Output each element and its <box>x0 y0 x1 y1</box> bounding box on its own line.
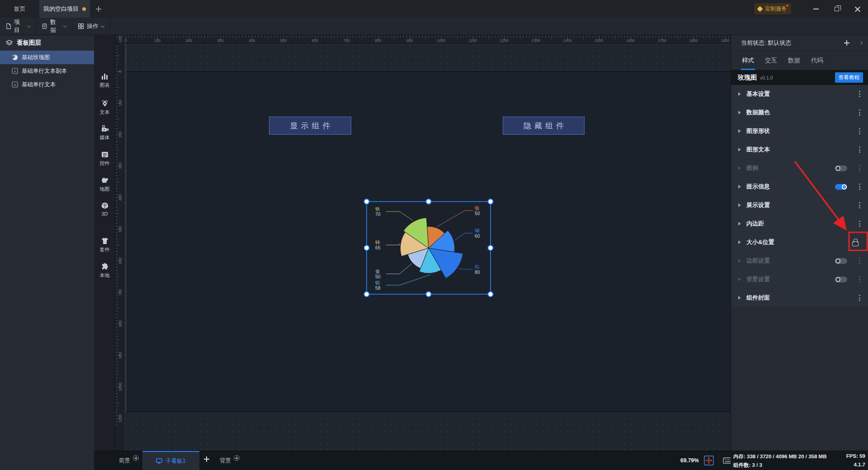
section-3[interactable]: 图形形状 <box>731 122 868 140</box>
bottom-board-bar: 前景 子看板1 背景 69.79% <box>94 451 731 470</box>
tab-code[interactable]: 代码 <box>811 51 823 70</box>
zoom-level[interactable]: 69.79% <box>680 457 699 464</box>
layer-item-text[interactable]: A 基础单行文本 <box>0 78 94 91</box>
expand-arrow-icon[interactable] <box>738 148 741 151</box>
section-menu-button[interactable] <box>857 293 862 303</box>
toggle-switch[interactable] <box>835 277 847 282</box>
menu-project[interactable]: 项目 <box>0 18 36 35</box>
toolbox-item-media[interactable]: 媒体 <box>94 125 115 141</box>
show-component-button[interactable]: 显示组件 <box>269 117 351 135</box>
expand-arrow-icon[interactable] <box>738 203 741 207</box>
component-header: 玫瑰图 v0.1.0 查看教程 <box>731 70 868 85</box>
section-9[interactable]: 大小&位置 <box>731 233 868 251</box>
component-count-stat: 组件数: 3 / 3 <box>733 462 762 469</box>
foreground-label[interactable]: 前景 <box>119 457 130 465</box>
menu-data[interactable]: 数据 <box>36 18 72 35</box>
add-background-button[interactable] <box>234 455 240 461</box>
expand-arrow-icon[interactable] <box>738 240 741 244</box>
tab-data[interactable]: 数据 <box>788 51 800 70</box>
add-state-button[interactable] <box>844 40 849 46</box>
hide-component-button[interactable]: 隐藏组件 <box>503 117 585 135</box>
expand-arrow-icon[interactable] <box>738 166 741 170</box>
section-10[interactable]: 边框设置 <box>731 252 868 270</box>
section-11[interactable]: 背景设置 <box>731 270 868 288</box>
section-menu-button[interactable] <box>857 274 862 284</box>
editor-canvas[interactable]: 0100200300400500600700800900100011001200… <box>115 35 731 451</box>
section-menu-button[interactable] <box>857 256 862 266</box>
section-12[interactable]: 组件封面 <box>731 289 868 307</box>
fit-view-button[interactable] <box>703 455 714 466</box>
background-label[interactable]: 背景 <box>220 457 231 465</box>
toolbox-item-map[interactable]: 地图 <box>94 176 115 193</box>
chevron-right-icon[interactable] <box>859 41 863 45</box>
stage-area[interactable] <box>126 71 731 412</box>
toggle-switch[interactable] <box>835 258 847 264</box>
section-menu-button[interactable] <box>857 219 862 229</box>
lock-icon[interactable] <box>852 241 859 246</box>
section-2[interactable]: 数据颜色 <box>731 103 868 122</box>
add-subboard-button[interactable] <box>204 456 209 462</box>
inspector-panel: 当前状态: 默认状态 样式 交互 数据 代码 玫瑰图 v0.1.0 查看教程 基… <box>731 35 868 451</box>
section-menu-button[interactable] <box>857 145 862 155</box>
vertical-ruler: -100010020030040050060070080090010001100 <box>115 43 123 451</box>
section-1[interactable]: 基本设置 <box>731 85 868 103</box>
close-icon <box>855 6 860 12</box>
toolbox-item-local[interactable]: 本地 <box>94 263 115 279</box>
section-6[interactable]: 提示信息 <box>731 178 868 196</box>
layer-item-rose-chart[interactable]: 基础玫瑰图 <box>0 51 94 64</box>
section-4[interactable]: 图形文本 <box>731 141 868 159</box>
tab-project-active[interactable]: 我的空白项目 <box>39 0 90 18</box>
horizontal-ruler: 0100200300400500600700800900100011001200… <box>115 35 731 43</box>
section-menu-button[interactable] <box>857 163 862 173</box>
section-8[interactable]: 内边距 <box>731 215 868 233</box>
expand-arrow-icon[interactable] <box>738 185 741 188</box>
current-state-row[interactable]: 当前状态: 默认状态 <box>731 35 868 51</box>
section-7[interactable]: 展示设置 <box>731 196 868 214</box>
shirt-icon <box>101 237 109 245</box>
toolbox-item-charts[interactable]: 图表 <box>94 72 115 89</box>
toolbox-item-text[interactable]: 文本 <box>94 99 115 116</box>
custom-service-badge[interactable]: 定制服务 <box>754 3 791 14</box>
section-label: 图形文本 <box>746 146 770 154</box>
expand-arrow-icon[interactable] <box>738 277 741 281</box>
add-foreground-button[interactable] <box>133 455 139 461</box>
new-tab-button[interactable] <box>92 0 105 18</box>
window-close-button[interactable] <box>847 0 868 18</box>
section-label: 提示信息 <box>746 183 770 191</box>
inspector-tabs: 样式 交互 数据 代码 <box>731 51 868 70</box>
performance-status: 内存: 338 / 3720 / 4096 MB 20 / 358 MB FPS… <box>731 451 868 470</box>
view-tutorial-button[interactable]: 查看教程 <box>835 72 863 83</box>
tab-style[interactable]: 样式 <box>742 51 754 70</box>
window-restore-button[interactable] <box>826 0 847 18</box>
component-version: v0.1.0 <box>760 75 773 80</box>
layer-item-text-copy[interactable]: A 基础单行文本副本 <box>0 64 94 78</box>
toolbox-item-3d[interactable]: 3D <box>94 202 115 216</box>
menu-operations[interactable]: 操作 <box>72 18 110 35</box>
section-menu-button[interactable] <box>857 108 862 118</box>
section-5[interactable]: 图例 <box>731 159 868 177</box>
list-panel-icon <box>101 150 109 159</box>
minimize-icon <box>813 9 819 9</box>
section-menu-button[interactable] <box>857 126 862 136</box>
tab-interaction[interactable]: 交互 <box>765 51 777 70</box>
section-menu-button[interactable] <box>857 89 862 99</box>
toolbox-item-controls[interactable]: 控件 <box>94 150 115 167</box>
expand-arrow-icon[interactable] <box>738 129 741 133</box>
section-label: 展示设置 <box>746 201 770 209</box>
section-menu-button[interactable] <box>857 200 862 210</box>
tab-home[interactable]: 首页 <box>0 0 39 18</box>
section-menu-button[interactable] <box>857 182 862 192</box>
expand-arrow-icon[interactable] <box>738 92 741 96</box>
expand-arrow-icon[interactable] <box>738 222 741 226</box>
subboard-tab-active[interactable]: 子看板1 <box>142 451 199 470</box>
toolbox-item-kits[interactable]: 套件 <box>94 237 115 253</box>
expand-arrow-icon[interactable] <box>738 111 741 114</box>
expand-arrow-icon[interactable] <box>738 259 741 263</box>
window-minimize-button[interactable] <box>806 0 826 18</box>
title-bar: 首页 我的空白项目 定制服务 <box>0 0 868 18</box>
section-label: 图例 <box>746 164 758 172</box>
toggle-switch[interactable] <box>835 165 847 171</box>
svg-text:A: A <box>14 69 16 74</box>
toggle-switch[interactable] <box>835 184 847 190</box>
expand-arrow-icon[interactable] <box>738 296 741 300</box>
